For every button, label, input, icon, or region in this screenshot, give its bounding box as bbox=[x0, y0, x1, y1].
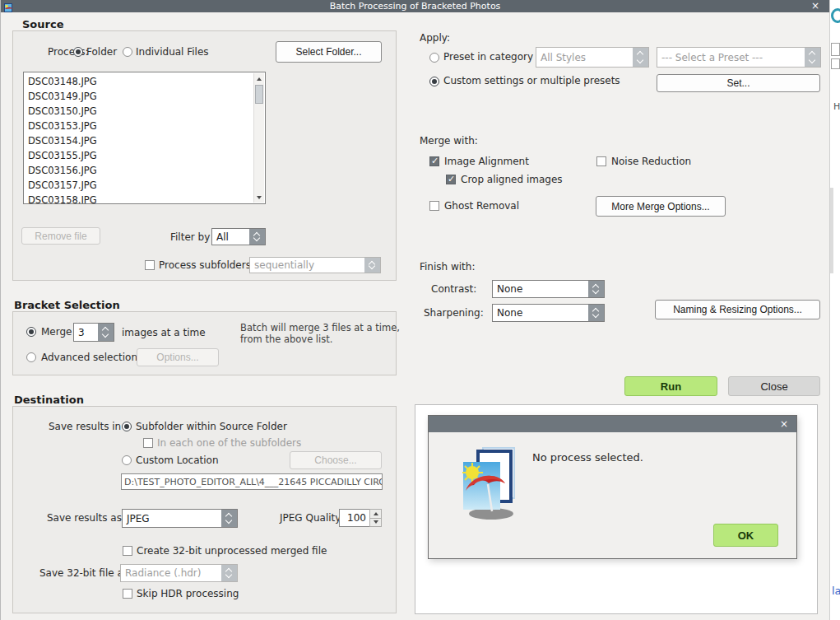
background-text-fragment: H bbox=[833, 101, 840, 112]
jpeg-quality-stepper[interactable]: 100 bbox=[339, 509, 382, 527]
filter-dropdown[interactable]: All bbox=[211, 228, 266, 245]
noise-reduction-checkbox[interactable] bbox=[596, 156, 606, 166]
radio-preset-in-category-label[interactable]: Preset in category bbox=[443, 51, 533, 63]
scrollbar-thumb[interactable] bbox=[255, 85, 263, 104]
list-item[interactable]: DSC03158.JPG bbox=[24, 193, 253, 204]
window-title: Batch Processing of Bracketed Photos bbox=[1, 1, 829, 12]
radio-merge-label[interactable]: Merge bbox=[41, 326, 72, 338]
ghost-removal-label[interactable]: Ghost Removal bbox=[444, 200, 519, 212]
create-32bit-label[interactable]: Create 32-bit unprocessed merged file bbox=[137, 545, 327, 557]
radio-folder-label[interactable]: Folder bbox=[86, 46, 117, 58]
radio-folder[interactable] bbox=[73, 47, 83, 57]
create-32bit-checkbox[interactable] bbox=[123, 546, 132, 556]
radio-custom-location[interactable] bbox=[122, 455, 132, 465]
dropdown-arrows-icon bbox=[221, 510, 237, 527]
radio-preset-in-category[interactable] bbox=[429, 53, 439, 63]
stepper-up-icon[interactable] bbox=[369, 509, 382, 519]
bracket-section-title: Bracket Selection bbox=[14, 299, 120, 311]
file-list-scrollbar[interactable] bbox=[253, 73, 264, 203]
contrast-label: Contrast: bbox=[431, 283, 476, 295]
dropdown-arrows-icon bbox=[805, 48, 820, 67]
radio-custom-location-label[interactable]: Custom Location bbox=[136, 455, 219, 466]
stepper-down-icon[interactable] bbox=[369, 519, 382, 528]
radio-advanced-selection[interactable] bbox=[26, 352, 36, 362]
radio-advanced-selection-label[interactable]: Advanced selection bbox=[41, 352, 137, 363]
noise-reduction-label[interactable]: Noise Reduction bbox=[611, 156, 691, 167]
radio-custom-settings[interactable] bbox=[429, 77, 439, 86]
options-button[interactable]: Options... bbox=[137, 348, 219, 366]
ghost-removal-checkbox[interactable] bbox=[429, 201, 439, 211]
destination-path-field[interactable]: D:\TEST_PHOTO_EDITOR_ALL\4___21645 PICCA… bbox=[121, 473, 383, 490]
contrast-dropdown[interactable]: None bbox=[492, 280, 605, 298]
process-subfolders-checkbox[interactable] bbox=[145, 260, 155, 270]
ok-button[interactable]: OK bbox=[713, 524, 778, 547]
close-icon[interactable]: × bbox=[811, 0, 819, 12]
crop-aligned-label[interactable]: Crop aligned images bbox=[461, 174, 563, 185]
radio-subfolder-within-source[interactable] bbox=[122, 422, 132, 431]
remove-file-button[interactable]: Remove file bbox=[21, 227, 100, 245]
bracket-hint-line2: from the above list. bbox=[240, 333, 332, 345]
list-item[interactable]: DSC03153.JPG bbox=[24, 119, 253, 133]
process-subfolders-label[interactable]: Process subfolders bbox=[159, 259, 251, 271]
each-subfolder-label[interactable]: In each one of the subfolders bbox=[157, 437, 301, 449]
skip-hdr-label[interactable]: Skip HDR processing bbox=[137, 588, 239, 599]
format-32bit-dropdown[interactable]: Radiance (.hdr) bbox=[120, 564, 238, 582]
subfolder-mode-dropdown[interactable]: sequentially bbox=[249, 257, 381, 273]
list-item[interactable]: DSC03149.JPG bbox=[24, 89, 253, 104]
message-close-icon[interactable]: × bbox=[780, 418, 788, 430]
run-button[interactable]: Run bbox=[624, 376, 717, 396]
list-item[interactable]: DSC03156.JPG bbox=[24, 163, 253, 178]
merge-count-spinner[interactable]: 3 bbox=[73, 323, 114, 342]
save-results-as-label: Save results as bbox=[47, 512, 122, 524]
apply-section-title: Apply: bbox=[420, 32, 450, 44]
naming-resizing-button[interactable]: Naming & Resizing Options... bbox=[655, 300, 820, 319]
set-button[interactable]: Set... bbox=[657, 74, 820, 92]
title-bar: Batch Processing of Bracketed Photos × bbox=[1, 0, 829, 12]
merge-with-section-title: Merge with: bbox=[420, 135, 478, 147]
list-item[interactable]: DSC03148.JPG bbox=[24, 74, 253, 89]
list-item[interactable]: DSC03157.JPG bbox=[24, 178, 253, 193]
jpeg-quality-label: JPEG Quality: bbox=[280, 512, 344, 524]
scroll-up-icon[interactable] bbox=[254, 73, 264, 84]
background-logo-fragment bbox=[831, 8, 840, 23]
output-format-dropdown[interactable]: JPEG bbox=[122, 509, 238, 528]
radio-individual-files-label[interactable]: Individual Files bbox=[136, 46, 209, 58]
images-at-a-time-label: images at a time bbox=[122, 327, 206, 338]
each-subfolder-checkbox[interactable] bbox=[143, 438, 153, 448]
scroll-down-icon[interactable] bbox=[254, 192, 264, 203]
radio-custom-settings-label[interactable]: Custom settings or multiple presets bbox=[443, 75, 620, 86]
background-fragment bbox=[830, 188, 833, 273]
dropdown-arrows-icon bbox=[633, 48, 648, 67]
dropdown-arrows-icon bbox=[588, 305, 604, 321]
save-results-in-label: Save results in bbox=[49, 421, 121, 432]
dropdown-arrows-icon bbox=[588, 281, 604, 297]
list-item[interactable]: DSC03154.JPG bbox=[24, 133, 253, 148]
destination-section-title: Destination bbox=[14, 394, 84, 406]
message-text: No process selected. bbox=[532, 451, 643, 464]
list-item[interactable]: DSC03150.JPG bbox=[24, 104, 253, 119]
style-category-dropdown[interactable]: All Styles bbox=[536, 47, 649, 68]
radio-individual-files[interactable] bbox=[123, 47, 132, 57]
radio-subfolder-within-source-label[interactable]: Subfolder within Source Folder bbox=[136, 421, 287, 432]
select-folder-button[interactable]: Select Folder... bbox=[276, 41, 382, 63]
close-button[interactable]: Close bbox=[728, 376, 820, 396]
image-alignment-checkbox[interactable] bbox=[429, 156, 439, 166]
sharpening-dropdown[interactable]: None bbox=[492, 304, 605, 322]
dropdown-arrows-icon bbox=[249, 229, 265, 245]
spinner-arrows-icon bbox=[98, 324, 114, 341]
radio-merge[interactable] bbox=[26, 327, 36, 337]
screen: Batch Processing of Bracketed Photos × S… bbox=[0, 0, 840, 620]
skip-hdr-checkbox[interactable] bbox=[123, 589, 132, 599]
source-file-list[interactable]: DSC03148.JPG DSC03149.JPG DSC03150.JPG D… bbox=[23, 72, 266, 204]
background-fragment bbox=[831, 58, 840, 69]
dropdown-arrows-icon bbox=[221, 565, 237, 581]
preset-dropdown[interactable]: --- Select a Preset --- bbox=[657, 47, 821, 68]
crop-aligned-checkbox[interactable] bbox=[446, 175, 456, 184]
photomatix-icon bbox=[460, 445, 519, 525]
message-dialog-titlebar: × bbox=[429, 416, 796, 432]
more-merge-options-button[interactable]: More Merge Options... bbox=[596, 196, 726, 217]
image-alignment-label[interactable]: Image Alignment bbox=[444, 156, 529, 167]
choose-button[interactable]: Choose... bbox=[290, 451, 382, 469]
list-item[interactable]: DSC03155.JPG bbox=[24, 148, 253, 163]
finish-with-section-title: Finish with: bbox=[420, 261, 475, 273]
